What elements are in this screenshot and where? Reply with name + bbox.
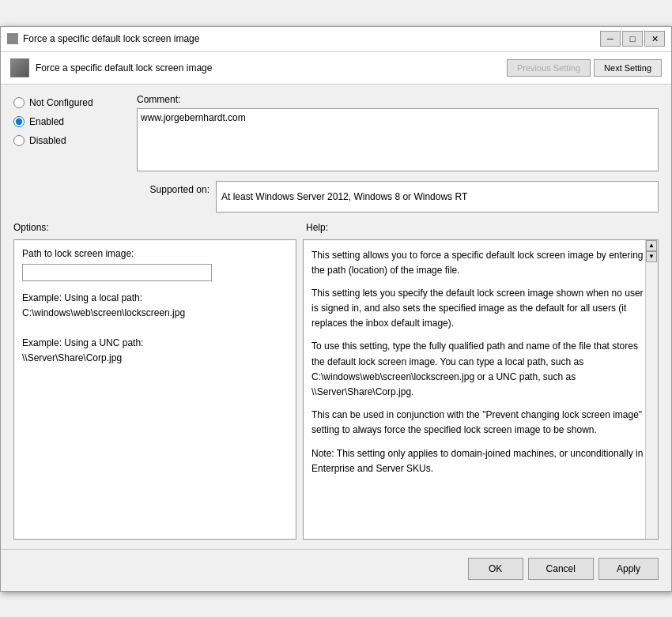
example1-prefix: Example: Using a local path: [22,291,288,306]
maximize-button[interactable]: □ [622,31,643,47]
disabled-option[interactable]: Disabled [13,135,124,146]
supported-wrapper: At least Windows Server 2012, Windows 8 … [216,181,659,213]
previous-setting-button[interactable]: Previous Setting [507,59,591,77]
comment-textarea[interactable]: www.jorgebernhardt.com [137,108,659,171]
window-title: Force a specific default lock screen ima… [23,33,199,44]
disabled-label: Disabled [29,135,66,146]
apply-button[interactable]: Apply [598,558,659,580]
help-para2: This setting lets you specify the defaul… [311,286,650,332]
footer: OK Cancel Apply [1,549,671,591]
window-icon [7,33,18,44]
not-configured-label: Not Configured [29,97,93,108]
help-scrollbar[interactable]: ▲ ▼ [645,240,658,539]
enabled-option[interactable]: Enabled [13,116,124,127]
comment-section: Comment: www.jorgebernhardt.com [137,94,659,171]
example2-prefix: Example: Using a UNC path: [22,336,288,351]
title-bar-controls: ─ □ ✕ [600,31,665,47]
help-para3: To use this setting, type the fully qual… [311,339,650,400]
panels-row: Path to lock screen image: Example: Usin… [13,239,659,540]
help-text: This setting allows you to force a speci… [311,248,650,476]
title-bar: Force a specific default lock screen ima… [1,27,671,52]
example1-path: C:\windows\web\screen\lockscreen.jpg [22,306,288,321]
not-configured-radio[interactable] [13,97,25,108]
example2-path: \\Server\Share\Corp.jpg [22,351,288,366]
supported-row: Supported on: At least Windows Server 20… [137,181,659,213]
path-input[interactable] [22,264,212,281]
cancel-button[interactable]: Cancel [528,558,594,580]
help-panel: This setting allows you to force a speci… [303,239,659,540]
options-section-label: Options: [13,222,306,233]
supported-value: At least Windows Server 2012, Windows 8 … [221,191,467,202]
help-para4: This can be used in conjunction with the… [311,408,650,438]
options-panel: Path to lock screen image: Example: Usin… [13,239,296,540]
example-text: Example: Using a local path: C:\windows\… [22,291,288,367]
scroll-down-arrow[interactable]: ▼ [646,251,657,262]
main-window: Force a specific default lock screen ima… [0,26,672,592]
main-content: Not Configured Enabled Disabled Comment:… [1,85,671,549]
section-labels: Options: Help: [13,222,659,233]
header-title: Force a specific default lock screen ima… [36,62,212,73]
minimize-button[interactable]: ─ [600,31,621,47]
config-row: Not Configured Enabled Disabled Comment:… [13,94,659,171]
header-buttons: Previous Setting Next Setting [507,59,662,77]
title-bar-left: Force a specific default lock screen ima… [7,33,199,44]
not-configured-option[interactable]: Not Configured [13,97,124,108]
radio-group: Not Configured Enabled Disabled [13,94,124,146]
supported-box: At least Windows Server 2012, Windows 8 … [216,181,659,213]
comment-label: Comment: [137,94,659,105]
header-left: Force a specific default lock screen ima… [10,58,212,77]
path-label: Path to lock screen image: [22,248,288,259]
help-section-label: Help: [306,222,659,233]
supported-label: Supported on: [137,181,216,195]
ok-button[interactable]: OK [468,558,523,580]
enabled-label: Enabled [29,116,64,127]
header-icon [10,58,29,77]
close-button[interactable]: ✕ [644,31,665,47]
disabled-radio[interactable] [13,135,25,146]
help-para1: This setting allows you to force a speci… [311,248,650,278]
help-para5: Note: This setting only applies to domai… [311,446,650,476]
scroll-up-arrow[interactable]: ▲ [646,240,657,251]
next-setting-button[interactable]: Next Setting [594,59,662,77]
header-bar: Force a specific default lock screen ima… [1,52,671,85]
enabled-radio[interactable] [13,116,25,127]
